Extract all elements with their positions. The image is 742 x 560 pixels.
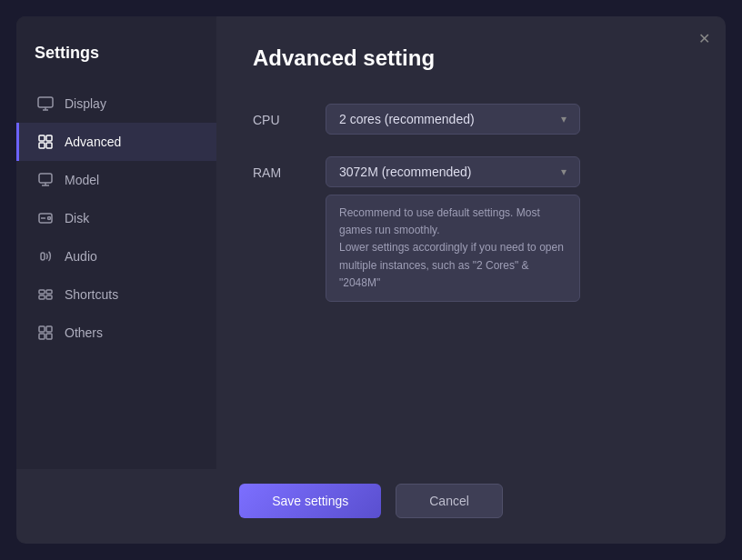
dialog-body: Settings Display Advanced bbox=[16, 16, 726, 469]
page-title: Advanced setting bbox=[253, 45, 689, 71]
model-icon bbox=[37, 172, 54, 188]
disk-icon bbox=[37, 210, 54, 226]
others-icon bbox=[37, 325, 54, 341]
svg-rect-5 bbox=[39, 143, 45, 148]
sidebar-item-advanced[interactable]: Advanced bbox=[16, 123, 216, 161]
sidebar-item-audio[interactable]: Audio bbox=[16, 237, 216, 275]
svg-rect-4 bbox=[46, 135, 52, 141]
svg-rect-16 bbox=[39, 295, 45, 299]
svg-rect-18 bbox=[39, 326, 45, 332]
svg-rect-14 bbox=[39, 290, 45, 294]
save-button[interactable]: Save settings bbox=[239, 484, 381, 518]
audio-icon bbox=[37, 248, 54, 265]
sidebar-item-label: Shortcuts bbox=[65, 287, 118, 302]
ram-row: RAM 3072M (recommended) ▾ Recommend to u… bbox=[253, 156, 689, 302]
ram-label: RAM bbox=[253, 156, 307, 180]
tooltip-line1: Recommend to use default settings. Most … bbox=[339, 206, 540, 236]
svg-rect-21 bbox=[46, 334, 52, 339]
sidebar-item-label: Disk bbox=[65, 211, 89, 225]
cpu-label: CPU bbox=[253, 104, 307, 127]
svg-rect-3 bbox=[39, 135, 45, 141]
shortcuts-icon bbox=[37, 286, 54, 303]
svg-rect-20 bbox=[39, 334, 45, 339]
close-button[interactable]: ✕ bbox=[695, 29, 713, 47]
svg-rect-7 bbox=[39, 174, 52, 183]
sidebar-item-disk[interactable]: Disk bbox=[16, 199, 216, 237]
sidebar-item-label: Audio bbox=[65, 249, 97, 264]
sidebar: Settings Display Advanced bbox=[16, 16, 216, 469]
svg-rect-15 bbox=[46, 290, 52, 294]
cpu-row: CPU 2 cores (recommended) ▾ bbox=[253, 104, 689, 135]
cpu-value: 2 cores (recommended) bbox=[339, 112, 475, 126]
sidebar-item-label: Display bbox=[65, 96, 106, 111]
ram-control-wrap: 3072M (recommended) ▾ Recommend to use d… bbox=[326, 156, 580, 302]
tooltip-line2: Lower settings accordingly if you need t… bbox=[339, 241, 564, 288]
cpu-control-wrap: 2 cores (recommended) ▾ bbox=[326, 104, 580, 135]
svg-rect-6 bbox=[46, 143, 52, 148]
svg-rect-13 bbox=[41, 253, 45, 260]
sidebar-item-model[interactable]: Model bbox=[16, 161, 216, 199]
svg-rect-0 bbox=[38, 97, 53, 107]
svg-point-11 bbox=[48, 217, 51, 220]
display-icon bbox=[37, 95, 54, 112]
cancel-button[interactable]: Cancel bbox=[396, 484, 503, 518]
settings-dialog: ✕ Settings Display bbox=[16, 16, 726, 544]
svg-rect-17 bbox=[46, 295, 52, 299]
cpu-select[interactable]: 2 cores (recommended) ▾ bbox=[326, 104, 580, 135]
svg-rect-19 bbox=[46, 326, 52, 332]
sidebar-item-display[interactable]: Display bbox=[16, 85, 216, 123]
ram-value: 3072M (recommended) bbox=[339, 165, 472, 179]
advanced-icon bbox=[37, 134, 54, 150]
sidebar-item-others[interactable]: Others bbox=[16, 314, 216, 352]
dialog-footer: Save settings Cancel bbox=[16, 469, 726, 544]
sidebar-item-label: Model bbox=[65, 173, 99, 187]
recommendation-tooltip: Recommend to use default settings. Most … bbox=[326, 195, 580, 302]
chevron-down-icon: ▾ bbox=[561, 165, 567, 178]
sidebar-item-shortcuts[interactable]: Shortcuts bbox=[16, 275, 216, 314]
chevron-down-icon: ▾ bbox=[561, 113, 567, 125]
sidebar-title: Settings bbox=[16, 35, 216, 85]
sidebar-item-label: Others bbox=[65, 325, 103, 340]
sidebar-item-label: Advanced bbox=[65, 135, 121, 149]
ram-select[interactable]: 3072M (recommended) ▾ bbox=[326, 156, 580, 187]
main-content: Advanced setting CPU 2 cores (recommende… bbox=[216, 16, 726, 469]
